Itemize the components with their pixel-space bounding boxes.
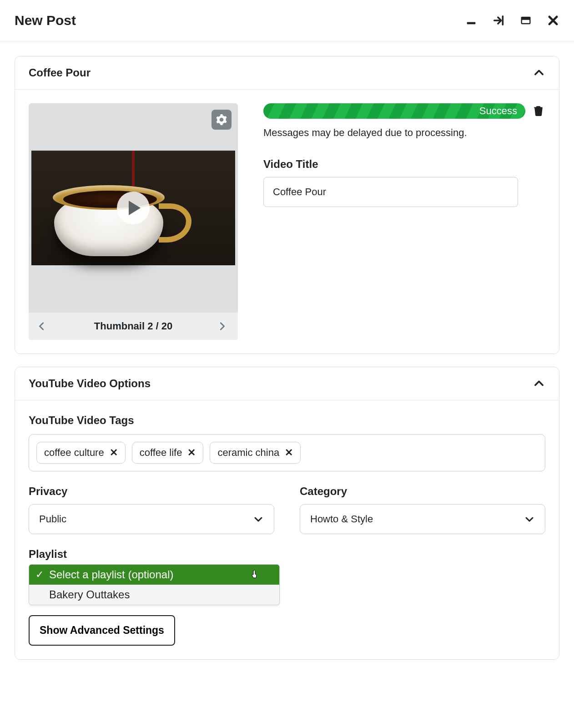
upload-progress: Success xyxy=(263,103,525,119)
trash-icon[interactable] xyxy=(533,105,545,117)
playlist-option-label: Select a playlist (optional) xyxy=(49,568,173,581)
thumbnail-counter: Thumbnail 2 / 20 xyxy=(94,320,172,332)
play-icon[interactable] xyxy=(117,192,150,224)
playlist-option-label: Bakery Outtakes xyxy=(49,588,130,601)
upload-panel: Coffee Pour xyxy=(15,56,559,354)
chevron-right-icon[interactable] xyxy=(217,321,230,331)
window-controls xyxy=(465,14,559,27)
svg-rect-0 xyxy=(467,22,476,25)
category-label: Category xyxy=(300,485,545,498)
chevron-up-icon[interactable] xyxy=(533,66,545,79)
playlist-option[interactable]: Bakery Outtakes xyxy=(29,585,279,605)
category-select[interactable]: Howto & Style xyxy=(300,504,545,534)
tag-chip: coffee life ✕ xyxy=(132,442,204,464)
video-thumbnail[interactable] xyxy=(31,151,235,265)
show-advanced-settings-button[interactable]: Show Advanced Settings xyxy=(29,615,175,646)
dock-icon[interactable] xyxy=(492,14,505,27)
playlist-option-selected[interactable]: Select a playlist (optional) xyxy=(29,565,279,585)
svg-rect-2 xyxy=(522,20,529,23)
tag-chip: coffee culture ✕ xyxy=(36,442,126,464)
privacy-label: Privacy xyxy=(29,485,274,498)
tag-label: ceramic china xyxy=(217,447,279,459)
processing-hint: Messages may be delayed due to processin… xyxy=(263,127,545,139)
x-icon[interactable]: ✕ xyxy=(187,447,196,459)
tag-label: coffee life xyxy=(140,447,182,459)
maximize-icon[interactable] xyxy=(519,14,532,27)
chevron-left-icon[interactable] xyxy=(37,321,50,331)
youtube-options-panel: YouTube Video Options YouTube Video Tags… xyxy=(15,367,559,660)
upload-panel-title: Coffee Pour xyxy=(29,66,91,79)
tags-input[interactable]: coffee culture ✕ coffee life ✕ ceramic c… xyxy=(29,434,545,471)
tags-label: YouTube Video Tags xyxy=(29,414,545,427)
category-value: Howto & Style xyxy=(310,513,373,525)
video-title-input[interactable] xyxy=(263,177,518,207)
minimize-icon[interactable] xyxy=(465,14,478,27)
gear-icon[interactable] xyxy=(211,110,232,130)
chevron-down-icon xyxy=(524,514,535,525)
tag-label: coffee culture xyxy=(44,447,104,459)
playlist-dropdown[interactable]: Select a playlist (optional) Bakery Outt… xyxy=(29,564,280,605)
options-panel-title: YouTube Video Options xyxy=(29,377,151,390)
thumbnail-card: Thumbnail 2 / 20 xyxy=(29,103,238,340)
chevron-down-icon xyxy=(253,514,264,525)
privacy-value: Public xyxy=(39,513,66,525)
playlist-label: Playlist xyxy=(29,548,287,561)
upload-progress-label: Success xyxy=(479,105,517,117)
x-icon[interactable]: ✕ xyxy=(285,447,293,459)
window-title: New Post xyxy=(15,13,76,28)
chevron-up-icon[interactable] xyxy=(533,377,545,390)
tag-chip: ceramic china ✕ xyxy=(210,442,301,464)
close-icon[interactable] xyxy=(547,14,559,27)
video-title-label: Video Title xyxy=(263,158,545,171)
pointer-cursor-icon xyxy=(249,569,260,580)
privacy-select[interactable]: Public xyxy=(29,504,274,534)
x-icon[interactable]: ✕ xyxy=(110,447,118,459)
